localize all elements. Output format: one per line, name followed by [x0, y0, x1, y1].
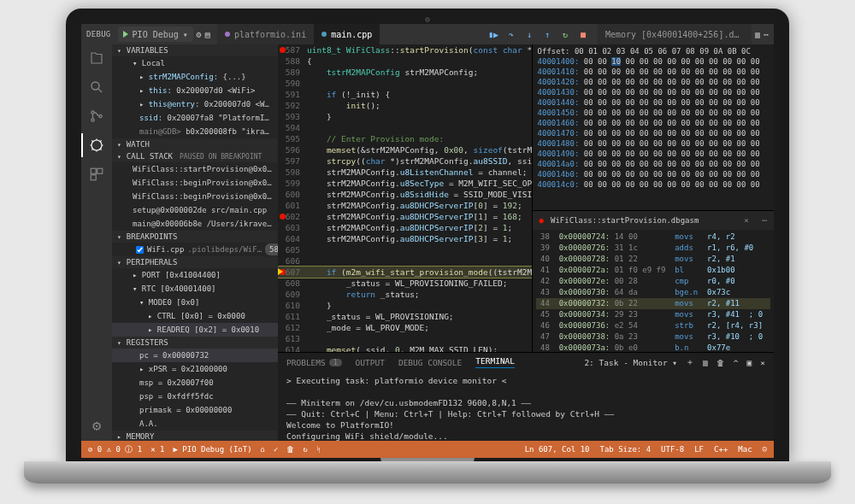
- var-row[interactable]: ssid: 0x20007fa8 "PlatformIO-31…: [112, 111, 278, 125]
- debug-restart-button[interactable]: ↻: [559, 28, 571, 40]
- code-editor[interactable]: 587uint8_t WiFiClass::startProvision(con…: [278, 44, 533, 352]
- indent-status[interactable]: Tab Size: 4: [600, 445, 652, 454]
- debug-sidebar: ▾VARIABLES ▾ Local ▸ strM2MAPConfig: {..…: [112, 44, 278, 441]
- tab-label: main.cpp: [331, 30, 372, 39]
- close-icon[interactable]: ×: [744, 216, 748, 225]
- var-row[interactable]: main@GDB> b0x200008fb "ikravets…: [112, 125, 278, 138]
- debug-icon[interactable]: [88, 137, 105, 154]
- stack-frame[interactable]: main@0x00006b8e /Users/ikravets…: [112, 217, 278, 231]
- disassembly-pane: ● WiFiClass::startProvision.dbgasm × ⋯ 3…: [533, 210, 774, 352]
- feedback-icon[interactable]: ☺: [763, 445, 767, 454]
- section-peripherals[interactable]: ▾PERIPHERALS: [112, 256, 278, 268]
- tab-label: Memory [0x40001400+256].dbgmem: [605, 30, 744, 39]
- peripheral-row[interactable]: ▸ PORT [0x41004400]: [112, 268, 278, 282]
- stack-frame[interactable]: setup@0x000002de src/main.cpp: [112, 203, 278, 217]
- extensions-icon[interactable]: [88, 166, 105, 183]
- section-breakpoints[interactable]: ▾BREAKPOINTS: [112, 231, 278, 243]
- section-memory[interactable]: ▸MEMORY: [112, 431, 278, 441]
- encoding-status[interactable]: UTF-8: [661, 445, 684, 454]
- var-row[interactable]: ▸ this: 0x200007d0 <WiFi>: [112, 84, 278, 97]
- pio-clean-icon[interactable]: 🗑: [286, 445, 294, 454]
- var-row[interactable]: ▸ strM2MAPConfig: {...}: [112, 70, 278, 84]
- editor-top-bar: DEBUG PIO Debug ▾ ⚙ ▤ platformio.ini mai…: [81, 24, 774, 44]
- panel-tabs: PROBLEMS1 OUTPUT DEBUG CONSOLE TERMINAL …: [278, 353, 774, 372]
- register-row[interactable]: A.A.: [112, 417, 278, 431]
- close-panel-icon[interactable]: ×: [760, 358, 765, 367]
- os-status[interactable]: Mac: [738, 445, 752, 454]
- peripheral-row[interactable]: ▾ RTC [0x40001400]: [112, 282, 278, 296]
- var-row[interactable]: ▸ this@entry: 0x200007d0 <WiFi>: [112, 97, 278, 111]
- right-editor-group: Offset: 00 01 02 03 04 05 06 07 08 09 0A…: [533, 44, 774, 352]
- register-row[interactable]: psp = 0xfdff5fdc: [112, 390, 278, 403]
- terminal-body[interactable]: > Executing task: platformio device moni…: [278, 372, 774, 441]
- register-row[interactable]: primask = 0x00000000: [112, 403, 278, 417]
- tab-debug-console[interactable]: DEBUG CONSOLE: [398, 358, 462, 367]
- laptop-base: [24, 461, 831, 483]
- tab-label: platformio.ini: [234, 30, 306, 39]
- eol-status[interactable]: LF: [694, 445, 704, 454]
- pio-home-icon[interactable]: ⌂: [261, 445, 265, 454]
- debug-step-over-button[interactable]: ↷: [505, 28, 517, 40]
- language-status[interactable]: C++: [714, 445, 728, 454]
- peripheral-reg[interactable]: ▾ MODE0 [0x0]: [112, 296, 278, 309]
- section-watch[interactable]: ▾WATCH: [112, 138, 278, 150]
- stack-frame[interactable]: WiFiClass::beginProvision@0x000006…: [112, 190, 278, 203]
- scope-local[interactable]: ▾ Local: [112, 56, 278, 70]
- debug-step-out-button[interactable]: ↑: [541, 28, 553, 40]
- section-registers[interactable]: ▾REGISTERS: [112, 337, 278, 349]
- section-variables[interactable]: ▾VARIABLES: [112, 44, 278, 56]
- register-row[interactable]: ▸ xPSR = 0x21000000: [112, 362, 278, 376]
- tab-memory-view[interactable]: Memory [0x40001400+256].dbgmem: [598, 24, 752, 44]
- pio-monitor-icon[interactable]: ᛋ: [316, 445, 321, 454]
- trash-icon[interactable]: 🗑: [716, 358, 725, 367]
- terminal-selector[interactable]: 2: Task - Monitor ▾: [584, 358, 677, 367]
- repl-icon[interactable]: ▤: [205, 30, 210, 39]
- file-icon: [321, 32, 327, 37]
- section-label: CALL STACK: [127, 152, 173, 161]
- tab-output[interactable]: OUTPUT: [356, 358, 385, 367]
- section-callstack[interactable]: ▾CALL STACKPAUSED ON BREAKPOINT: [112, 150, 278, 162]
- settings-gear-icon[interactable]: ⚙: [88, 417, 105, 434]
- more-icon[interactable]: ⋯: [764, 30, 769, 39]
- debug-step-into-button[interactable]: ↓: [523, 28, 535, 40]
- register-row[interactable]: pc = 0x00000732: [112, 349, 278, 362]
- bottom-panel: PROBLEMS1 OUTPUT DEBUG CONSOLE TERMINAL …: [278, 352, 774, 441]
- tab-problems[interactable]: PROBLEMS1: [286, 358, 342, 367]
- new-terminal-icon[interactable]: ＋: [686, 357, 694, 368]
- peripheral-reg[interactable]: ▸ CTRL [0x0] = 0x0000: [112, 309, 278, 323]
- status-item[interactable]: ✕ 1: [150, 445, 164, 454]
- tab-main-cpp[interactable]: main.cpp: [314, 24, 380, 44]
- disassembly-view[interactable]: 38 0x00000724: 14 00 movs r4, r2 39 0x00…: [533, 230, 774, 352]
- status-bar: ⊘ 0 ⚠ 0 ⓘ 1 ✕ 1 ▶ PIO Debug (IoT) ⌂ ✓ 🗑 …: [81, 441, 774, 458]
- maximize-panel-icon[interactable]: ^: [734, 358, 739, 367]
- debug-stop-button[interactable]: ■: [577, 28, 589, 40]
- panel-layout-icon[interactable]: ▣: [747, 358, 752, 367]
- pio-build-icon[interactable]: ✓: [274, 445, 278, 454]
- stack-frame[interactable]: WiFiClass::beginProvision@0x000006…: [112, 176, 278, 190]
- disassembly-tab[interactable]: ● WiFiClass::startProvision.dbgasm × ⋯: [533, 211, 774, 230]
- status-errors[interactable]: ⊘ 0 ⚠ 0 ⓘ 1: [88, 444, 142, 455]
- explorer-icon[interactable]: [88, 50, 105, 67]
- split-editor-icon[interactable]: ▥: [755, 30, 760, 39]
- peripheral-reg[interactable]: ▸ READREQ [0x2] = 0x0010: [112, 323, 278, 337]
- tab-platformio-ini[interactable]: platformio.ini: [217, 24, 314, 44]
- debug-config-selector[interactable]: PIO Debug ▾: [118, 26, 193, 42]
- code-lines[interactable]: 587uint8_t WiFiClass::startProvision(con…: [278, 44, 532, 352]
- scm-icon[interactable]: [88, 108, 105, 125]
- breakpoint-row[interactable]: WiFi.cpp .piolibdeps/WiF… 588: [112, 243, 278, 256]
- status-debug-target[interactable]: ▶ PIO Debug (IoT): [173, 445, 251, 454]
- search-icon[interactable]: [88, 79, 105, 96]
- editor-tabs: platformio.ini main.cpp: [217, 24, 484, 44]
- tab-terminal[interactable]: TERMINAL: [475, 356, 515, 368]
- split-terminal-icon[interactable]: ▥: [703, 358, 708, 367]
- more-icon[interactable]: ⋯: [763, 216, 767, 225]
- register-row[interactable]: msp = 0x20007f00: [112, 376, 278, 390]
- breakpoint-checkbox[interactable]: [136, 246, 144, 254]
- gear-icon[interactable]: ⚙: [197, 30, 202, 39]
- cursor-position[interactable]: Ln 607, Col 10: [525, 445, 590, 454]
- dasm-tab-label: WiFiClass::startProvision.dbgasm: [551, 216, 699, 225]
- stack-frame[interactable]: WiFiClass::startProvision@0x000007…: [112, 162, 278, 176]
- pio-upload-icon[interactable]: ↻: [303, 445, 307, 454]
- debug-continue-button[interactable]: ▮▶: [487, 28, 499, 40]
- memory-view[interactable]: Offset: 00 01 02 03 04 05 06 07 08 09 0A…: [533, 44, 774, 210]
